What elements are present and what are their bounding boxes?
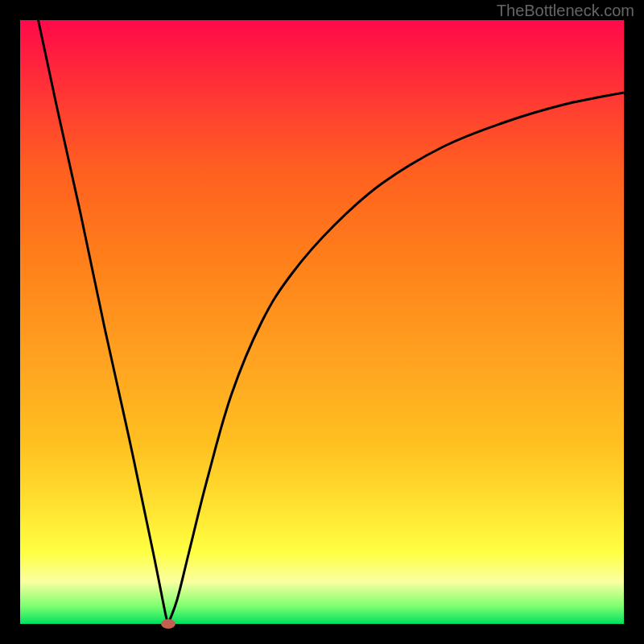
watermark-text: TheBottleneck.com: [497, 2, 634, 20]
minimum-marker: [161, 619, 175, 629]
chart-curve: [20, 20, 624, 624]
chart-plot-area: [20, 20, 624, 624]
curve-right-branch: [168, 93, 624, 624]
curve-left-branch: [39, 20, 168, 624]
